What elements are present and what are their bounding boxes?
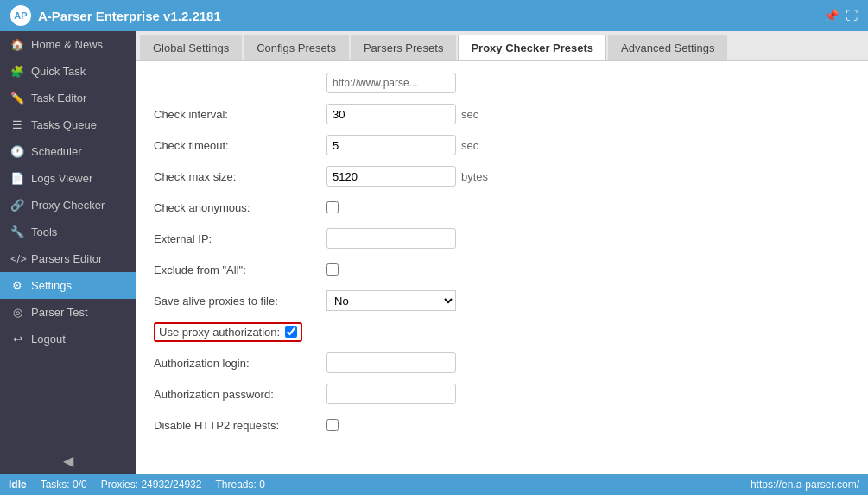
sidebar-item-scheduler[interactable]: 🕐 Scheduler [0,138,136,165]
sidebar-item-logout[interactable]: ↩ Logout [0,326,136,352]
exclude-from-all-row: Exclude from "All": [154,258,851,281]
status-left: Idle Tasks: 0/0 Proxies: 24932/24932 Thr… [9,479,265,491]
sidebar-item-label: Logs Viewer [31,172,92,185]
gear-icon: ⚙ [10,279,24,292]
status-tasks: Tasks: 0/0 [41,479,87,491]
link-icon: 🔗 [10,199,24,212]
auth-login-input[interactable] [326,352,456,373]
disable-http2-row: Disable HTTP2 requests: [154,414,851,436]
check-max-size-input[interactable] [326,166,456,187]
exclude-from-all-checkbox[interactable] [326,263,339,276]
check-interval-row: Check interval: sec [154,103,851,125]
tab-global-settings[interactable]: Global Settings [140,35,242,60]
puzzle-icon: 🧩 [10,65,24,78]
sidebar-item-label: Quick Task [31,65,86,78]
sidebar-item-label: Parser Test [31,306,88,319]
disable-http2-checkbox[interactable] [326,419,339,431]
check-max-size-row: Check max size: bytes [154,165,851,187]
exclude-from-all-label: Exclude from "All": [154,263,326,276]
document-icon: 📄 [10,172,24,185]
check-interval-input[interactable] [326,104,456,124]
clock-icon: 🕐 [10,145,24,158]
sidebar-item-tasks-queue[interactable]: ☰ Tasks Queue [0,111,136,138]
url-row: http://www.parse... [154,72,851,94]
sidebar-item-label: Home & News [31,38,103,51]
sidebar-item-label: Tools [31,225,57,238]
settings-panel: http://www.parse... Check interval: sec … [136,61,868,474]
use-proxy-auth-row: Use proxy authorization: [154,320,851,343]
disable-http2-label: Disable HTTP2 requests: [154,419,326,432]
edit-icon: ✏️ [10,92,24,105]
check-timeout-unit: sec [461,139,478,152]
check-interval-unit: sec [461,108,478,121]
sidebar-collapse[interactable]: ◀ [0,447,136,474]
save-alive-label: Save alive proxies to file: [154,295,326,308]
check-timeout-label: Check timeout: [154,139,326,152]
tab-advanced-settings[interactable]: Advanced Settings [608,35,727,60]
check-anonymous-checkbox[interactable] [326,201,339,213]
sidebar-item-quick-task[interactable]: 🧩 Quick Task [0,58,136,85]
check-max-size-unit: bytes [461,170,488,183]
app-title: A-Parser Enterprise v1.2.2181 [38,9,221,23]
code-icon: </> [10,252,24,265]
sidebar-item-label: Parsers Editor [31,252,102,265]
sidebar-item-label: Proxy Checker [31,199,105,212]
sidebar-item-home-news[interactable]: 🏠 Home & News [0,31,136,58]
sidebar-item-label: Scheduler [31,145,82,158]
sidebar-item-tools[interactable]: 🔧 Tools [0,219,136,245]
external-ip-input[interactable] [326,228,456,249]
target-icon: ◎ [10,306,24,319]
external-ip-row: External IP: [154,227,851,250]
use-proxy-auth-highlight: Use proxy authorization: [154,322,302,342]
auth-login-label: Authorization login: [154,357,326,370]
home-icon: 🏠 [10,38,24,51]
check-anonymous-row: Check anonymous: [154,196,851,219]
main-layout: 🏠 Home & News 🧩 Quick Task ✏️ Task Edito… [0,31,868,474]
check-max-size-label: Check max size: [154,170,326,183]
content-area: Global Settings Configs Presets Parsers … [136,31,868,474]
check-timeout-row: Check timeout: sec [154,134,851,156]
expand-icon[interactable]: ⛶ [846,9,858,22]
url-value: http://www.parse... [333,77,418,89]
auth-password-row: Authorization password: [154,383,851,405]
status-state: Idle [9,479,27,491]
pin-icon[interactable]: 📌 [824,9,839,22]
url-input[interactable]: http://www.parse... [326,73,456,93]
status-proxies: Proxies: 24932/24932 [101,479,202,491]
status-url[interactable]: https://en.a-parser.com/ [751,479,859,491]
sidebar-item-logs-viewer[interactable]: 📄 Logs Viewer [0,165,136,192]
sidebar-item-task-editor[interactable]: ✏️ Task Editor [0,85,136,111]
sidebar-item-label: Task Editor [31,92,86,105]
header-icons: 📌 ⛶ [824,9,858,22]
save-alive-select[interactable]: No Yes [326,290,456,311]
sidebar-item-parsers-editor[interactable]: </> Parsers Editor [0,245,136,272]
auth-password-input[interactable] [326,384,456,404]
tab-proxy-checker-presets[interactable]: Proxy Checker Presets [458,35,606,60]
use-proxy-auth-label: Use proxy authorization: [159,326,280,339]
sidebar-item-proxy-checker[interactable]: 🔗 Proxy Checker [0,192,136,219]
save-alive-row: Save alive proxies to file: No Yes [154,289,851,312]
app-header: AP A-Parser Enterprise v1.2.2181 📌 ⛶ [0,0,868,31]
auth-login-row: Authorization login: [154,352,851,374]
tab-configs-presets[interactable]: Configs Presets [244,35,349,60]
logo-text: AP [14,10,27,21]
tools-icon: 🔧 [10,225,24,238]
sidebar-item-settings[interactable]: ⚙ Settings [0,272,136,299]
use-proxy-auth-checkbox[interactable] [285,326,297,338]
auth-password-label: Authorization password: [154,388,326,401]
logout-icon: ↩ [10,333,24,346]
list-icon: ☰ [10,118,24,131]
check-timeout-input[interactable] [326,135,456,155]
check-interval-label: Check interval: [154,108,326,121]
sidebar-item-label: Logout [31,333,66,346]
sidebar-item-parser-test[interactable]: ◎ Parser Test [0,299,136,326]
check-anonymous-label: Check anonymous: [154,201,326,214]
header-left: AP A-Parser Enterprise v1.2.2181 [10,5,221,26]
status-threads: Threads: 0 [215,479,264,491]
sidebar: 🏠 Home & News 🧩 Quick Task ✏️ Task Edito… [0,31,136,474]
tab-parsers-presets[interactable]: Parsers Presets [351,35,456,60]
sidebar-item-label: Settings [31,279,72,292]
external-ip-label: External IP: [154,232,326,245]
app-logo: AP [10,5,31,26]
status-bar: Idle Tasks: 0/0 Proxies: 24932/24932 Thr… [0,474,868,495]
